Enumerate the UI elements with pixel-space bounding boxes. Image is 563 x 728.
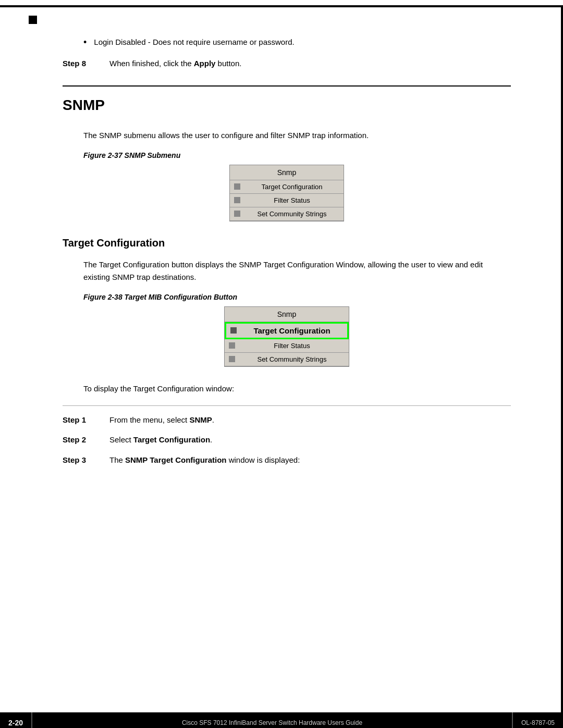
menu-item-label: Target Configuration <box>244 183 339 191</box>
display-para: To display the Target Configuration wind… <box>63 382 511 395</box>
menu-item-target-config-highlighted: Target Configuration <box>225 322 349 339</box>
menu-item-icon-highlighted <box>230 327 237 334</box>
menu-item-icon-3 <box>229 356 235 362</box>
menu-item-label: Set Community Strings <box>244 210 339 218</box>
step-2-row: Step 2 Select Target Configuration. <box>63 434 511 446</box>
footer-center-text: Cisco SFS 7012 InfiniBand Server Switch … <box>32 719 512 726</box>
page-number: 2-20 <box>0 712 32 728</box>
menu-item-filter-status: Filter Status <box>230 194 344 207</box>
menu-item-highlighted-label: Target Configuration <box>241 326 343 335</box>
menu-item-target-config: Target Configuration <box>230 180 344 194</box>
step-1-row: Step 1 From the menu, select SNMP. <box>63 414 511 426</box>
top-left-square <box>29 16 37 24</box>
footer-right-text: OL-8787-05 <box>512 712 563 728</box>
menu-item-label: Filter Status <box>244 196 339 204</box>
menu-item-community-strings-2: Set Community Strings <box>225 353 349 366</box>
figure-38-caption: Figure 2-38 Target MIB Configuration But… <box>63 293 511 301</box>
bullet-text: Login Disabled - Does not require userna… <box>94 36 294 48</box>
figure-38-diagram: Snmp Target Configuration Filter Status … <box>63 306 511 367</box>
step-8-row: Step 8 When finished, click the Apply bu… <box>63 58 511 70</box>
menu-item-icon-2 <box>229 342 235 349</box>
snmp-heading: SNMP <box>63 85 511 114</box>
step-2-label: Step 2 <box>63 434 104 446</box>
target-config-heading: Target Configuration <box>63 237 511 249</box>
bullet-item: • Login Disabled - Does not require user… <box>83 36 511 48</box>
step-1-text: From the menu, select SNMP. <box>109 414 511 426</box>
menu-title-2: Snmp <box>225 307 349 322</box>
target-config-para: The Target Configuration button displays… <box>63 258 511 283</box>
menu-item-label-3: Set Community Strings <box>239 355 345 363</box>
menu-title: Snmp <box>230 165 344 180</box>
footer: 2-20 Cisco SFS 7012 InfiniBand Server Sw… <box>0 712 563 728</box>
snmp-menu-box: Snmp Target Configuration Filter Status … <box>229 165 344 221</box>
step-1-label: Step 1 <box>63 414 104 426</box>
menu-item-label-2: Filter Status <box>239 342 345 350</box>
step-2-text: Select Target Configuration. <box>109 434 511 446</box>
menu-item-icon <box>234 211 240 217</box>
step-3-text: The SNMP Target Configuration window is … <box>109 454 511 466</box>
figure-37-diagram: Snmp Target Configuration Filter Status … <box>63 165 511 221</box>
menu-item-icon <box>234 197 240 203</box>
step-8-label: Step 8 <box>63 58 104 70</box>
bullet-section: • Login Disabled - Does not require user… <box>63 36 511 48</box>
figure-37-caption: Figure 2-37 SNMP Submenu <box>63 151 511 159</box>
bullet-dot: • <box>83 36 87 48</box>
steps-divider <box>63 405 511 406</box>
menu-item-filter-status-2: Filter Status <box>225 339 349 353</box>
menu-item-community-strings: Set Community Strings <box>230 207 344 221</box>
step-3-row: Step 3 The SNMP Target Configuration win… <box>63 454 511 466</box>
snmp-intro-para: The SNMP submenu allows the user to conf… <box>63 129 511 142</box>
step-8-text: When finished, click the Apply button. <box>109 58 511 70</box>
content-area: • Login Disabled - Does not require user… <box>0 5 563 505</box>
snmp-menu-box-2: Snmp Target Configuration Filter Status … <box>224 306 349 367</box>
page: • Login Disabled - Does not require user… <box>0 5 563 728</box>
right-border <box>561 5 563 728</box>
top-border <box>0 5 563 7</box>
step-3-label: Step 3 <box>63 454 104 466</box>
menu-item-icon <box>234 183 240 190</box>
